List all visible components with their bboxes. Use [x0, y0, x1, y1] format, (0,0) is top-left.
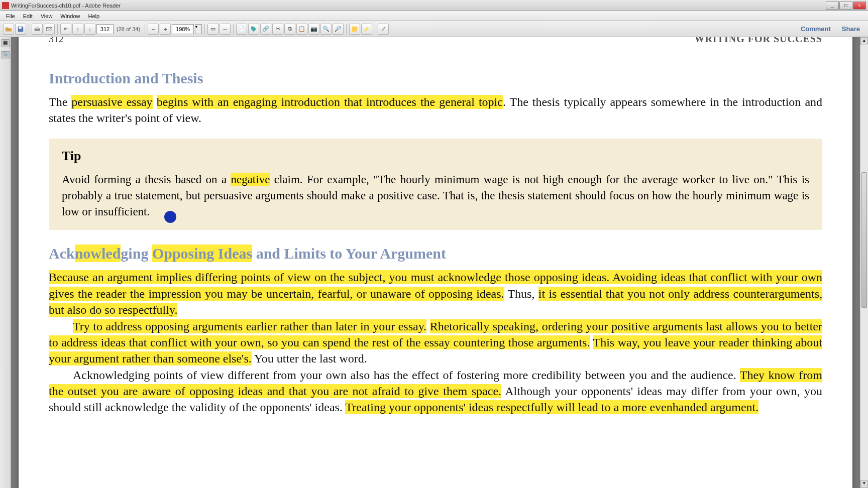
highlight-button[interactable]: [361, 24, 372, 35]
separator: [346, 24, 347, 35]
page-number-input[interactable]: [96, 24, 114, 34]
maximize-button[interactable]: □: [839, 2, 852, 10]
highlight: Treating your opponents' ideas respectfu…: [345, 400, 758, 414]
first-page-button[interactable]: ⇤: [60, 24, 71, 35]
share-link[interactable]: Share: [837, 25, 865, 33]
attachments-panel-button[interactable]: 📎: [2, 51, 10, 59]
highlight: begins with an engaging introduction tha…: [157, 95, 503, 109]
read-mode-button[interactable]: ⤢: [378, 24, 389, 35]
menu-view[interactable]: View: [37, 12, 57, 20]
svg-rect-2: [36, 26, 39, 28]
paragraph-opposing-2: Try to address opposing arguments earlie…: [49, 318, 822, 367]
tip-heading: Tip: [62, 149, 809, 164]
svg-rect-0: [19, 27, 22, 29]
zoom-out-button[interactable]: −: [148, 24, 159, 35]
scroll-up-button[interactable]: ▴: [860, 37, 868, 45]
close-button[interactable]: ×: [853, 2, 866, 10]
cut-button[interactable]: ✂: [272, 24, 283, 35]
paragraph-intro: The persuasive essay begins with an enga…: [49, 94, 822, 127]
comment-link[interactable]: Comment: [796, 25, 836, 33]
cursor-indicator: [164, 211, 176, 223]
menu-edit[interactable]: Edit: [19, 12, 37, 20]
paragraph-opposing-1: Because an argument implies differing po…: [49, 269, 822, 416]
highlight: persuasive essay: [71, 95, 152, 109]
page-total-label: (28 of 34): [115, 26, 142, 32]
page-number: 312: [49, 37, 64, 45]
zoom-level-input[interactable]: [172, 24, 194, 34]
scroll-thumb[interactable]: [861, 172, 867, 307]
pdf-icon: [2, 2, 9, 9]
search-button[interactable]: 🔍: [320, 24, 332, 35]
find-button[interactable]: 🔎: [333, 24, 344, 35]
highlight: Try to address opposing arguments earlie…: [73, 319, 426, 333]
email-button[interactable]: [44, 24, 55, 35]
running-head: WRITING FOR SUCCESS: [694, 37, 822, 45]
separator: [375, 24, 375, 35]
menu-file[interactable]: File: [2, 12, 19, 20]
navigation-pane: ▦ 📎: [0, 37, 11, 488]
fit-width-button[interactable]: ↔: [220, 24, 231, 35]
vertical-scrollbar[interactable]: ▴ ▾: [860, 37, 868, 488]
heading-intro-thesis: Introduction and Thesis: [49, 70, 822, 87]
save-button[interactable]: [15, 24, 26, 35]
window-title: WritingForSuccess-ch10.pdf - Adobe Reade…: [11, 3, 826, 9]
heading-opposing-ideas: Acknowledging Opposing Ideas and Limits …: [49, 245, 822, 262]
snapshot-button[interactable]: 📷: [308, 24, 319, 35]
tip-box: Tip Avoid forming a thesis based on a ne…: [49, 139, 822, 230]
new-doc-button[interactable]: 📄: [236, 24, 247, 35]
print-button[interactable]: [32, 24, 43, 35]
minimize-button[interactable]: _: [826, 2, 839, 10]
separator: [29, 24, 29, 35]
fit-page-button[interactable]: ▭: [207, 24, 219, 35]
document-viewport[interactable]: 312 WRITING FOR SUCCESS Introduction and…: [11, 37, 860, 488]
pdf-page: 312 WRITING FOR SUCCESS Introduction and…: [19, 37, 852, 488]
separator: [57, 24, 58, 35]
toolbar: ⇤ ↑ ↓ (28 of 34) − + ▾ ▭ ↔ 📄 🔗 ✂ ⧉ 📋 📷 🔍…: [0, 21, 868, 37]
separator: [233, 24, 234, 35]
copy-button[interactable]: ⧉: [284, 24, 295, 35]
title-bar: WritingForSuccess-ch10.pdf - Adobe Reade…: [0, 0, 868, 11]
highlight: negative: [231, 173, 270, 186]
paragraph-opposing-3: Acknowledging points of view different f…: [49, 367, 822, 416]
zoom-dropdown-button[interactable]: ▾: [195, 24, 202, 34]
menu-bar: File Edit View Window Help: [0, 11, 868, 21]
sticky-note-button[interactable]: [349, 24, 360, 35]
paste-button[interactable]: 📋: [296, 24, 307, 35]
tag-button[interactable]: [248, 24, 259, 35]
thumbnails-panel-button[interactable]: ▦: [2, 39, 10, 47]
scroll-down-button[interactable]: ▾: [860, 480, 868, 488]
open-button[interactable]: [3, 24, 14, 35]
prev-page-button[interactable]: ↑: [72, 24, 83, 35]
zoom-in-button[interactable]: +: [160, 24, 171, 35]
separator: [204, 24, 205, 35]
next-page-button[interactable]: ↓: [84, 24, 95, 35]
link-button[interactable]: 🔗: [260, 24, 271, 35]
menu-window[interactable]: Window: [56, 12, 84, 20]
menu-help[interactable]: Help: [84, 12, 103, 20]
separator: [145, 24, 145, 35]
